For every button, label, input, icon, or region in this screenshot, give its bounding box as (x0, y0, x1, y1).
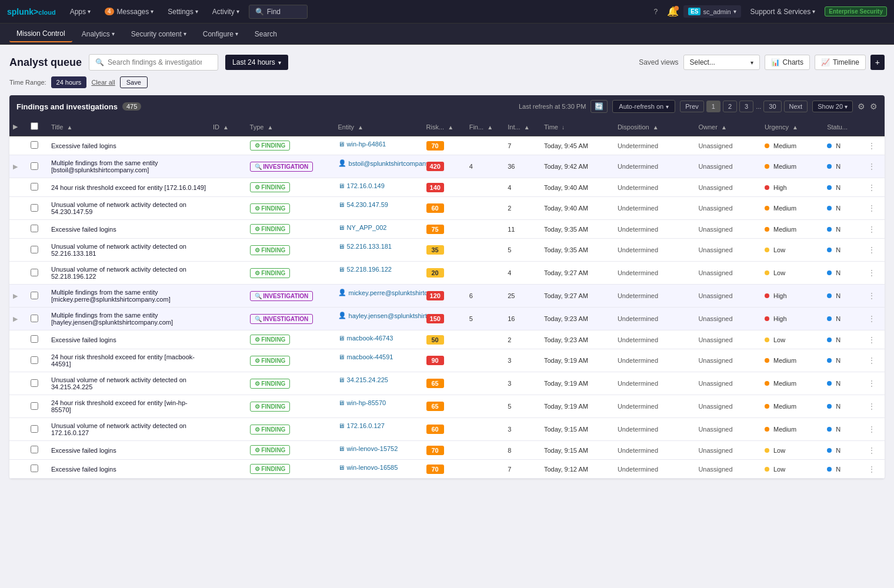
save-button[interactable]: Save (120, 76, 148, 88)
row-checkbox[interactable] (31, 292, 38, 299)
row-title-cell[interactable]: 24 hour risk threshold exceed for entity… (48, 349, 209, 372)
row-title-cell[interactable]: Unusual volume of network activity detec… (48, 418, 209, 441)
row-entity-cell[interactable]: 🖥 172.16.0.149 (335, 178, 405, 193)
column-settings-icon[interactable]: ⚙ (858, 102, 865, 111)
row-expand-icon[interactable]: ▶ (13, 315, 18, 322)
col-header-entity[interactable]: Entity ▲ (335, 118, 423, 136)
row-more-icon[interactable]: ⋮ (868, 203, 876, 213)
col-header-title[interactable]: Title ▲ (48, 118, 209, 136)
page-3-button[interactable]: 3 (739, 101, 753, 112)
page-30-button[interactable]: 30 (763, 101, 781, 112)
page-2-button[interactable]: 2 (723, 101, 737, 112)
nav-security-content[interactable]: Security content ▾ (124, 26, 194, 42)
apps-nav-button[interactable]: Apps ▾ (65, 5, 95, 18)
row-title-cell[interactable]: Multiple findings from the same entity [… (48, 285, 209, 308)
row-title-cell[interactable]: Unusual volume of network activity detec… (48, 372, 209, 395)
row-entity-cell[interactable]: 🖥 win-hp-64861 (335, 136, 405, 152)
row-checkbox[interactable] (31, 335, 38, 343)
row-more-icon[interactable]: ⋮ (868, 402, 876, 411)
row-entity-cell[interactable]: 🖥 win-lenovo-16585 (335, 460, 405, 475)
row-more-icon[interactable]: ⋮ (868, 245, 876, 255)
col-header-int[interactable]: Int... ▲ (504, 118, 541, 136)
expand-all-icon[interactable]: ▶ (13, 123, 18, 130)
row-entity-cell[interactable]: 🖥 54.230.147.59 (335, 197, 405, 212)
time-range-button[interactable]: Last 24 hours ▾ (225, 55, 288, 70)
table-settings-icon[interactable]: ⚙ (870, 102, 878, 111)
row-more-icon[interactable]: ⋮ (868, 446, 876, 455)
col-header-time[interactable]: Time ↓ (541, 118, 614, 136)
row-entity-cell[interactable]: 🖥 NY_APP_002 (335, 220, 405, 235)
row-title-cell[interactable]: Multiple findings from the same entity [… (48, 308, 209, 330)
row-entity-cell[interactable]: 👤 hayley.jensen@splunktshirtco... (335, 308, 405, 323)
col-header-status[interactable]: Statu... (823, 118, 864, 136)
find-search-bar[interactable]: 🔍 Find (249, 5, 308, 19)
user-chip[interactable]: ES sc_admin ▾ (683, 5, 740, 18)
show-count-dropdown[interactable]: Show 20 ▾ (812, 101, 853, 112)
row-title-cell[interactable]: 24 hour risk threshold exceed for entity… (48, 395, 209, 418)
charts-button[interactable]: 📊 Charts (765, 55, 810, 70)
saved-views-dropdown[interactable]: Select... ▾ (683, 55, 760, 70)
row-entity-cell[interactable]: 🖥 win-lenovo-15752 (335, 441, 405, 456)
activity-nav-button[interactable]: Activity ▾ (208, 5, 244, 18)
row-more-icon[interactable]: ⋮ (868, 268, 876, 278)
col-header-id[interactable]: ID ▲ (209, 118, 246, 136)
row-checkbox[interactable] (31, 141, 38, 149)
row-checkbox[interactable] (31, 356, 38, 364)
row-more-icon[interactable]: ⋮ (868, 225, 876, 234)
row-title-cell[interactable]: Unusual volume of network activity detec… (48, 239, 209, 262)
page-1-button[interactable]: 1 (706, 101, 720, 112)
row-title-cell[interactable]: Excessive failed logins (48, 441, 209, 460)
row-checkbox[interactable] (31, 225, 38, 232)
col-header-urgency[interactable]: Urgency ▲ (761, 118, 823, 136)
row-title-cell[interactable]: Excessive failed logins (48, 330, 209, 349)
row-checkbox[interactable] (31, 162, 38, 170)
row-title-cell[interactable]: Excessive failed logins (48, 136, 209, 155)
row-entity-cell[interactable]: 👤 mickey.perre@splunktshirtco... (335, 285, 405, 300)
row-title-cell[interactable]: Excessive failed logins (48, 460, 209, 479)
col-header-risk[interactable]: Risk... ▲ (423, 118, 466, 136)
row-entity-cell[interactable]: 🖥 172.16.0.127 (335, 418, 405, 433)
row-checkbox[interactable] (31, 465, 38, 472)
search-field[interactable] (108, 58, 202, 66)
bell-button[interactable]: 🔔 (667, 6, 679, 17)
row-title-cell[interactable]: Multiple findings from the same entity [… (48, 155, 209, 178)
row-more-icon[interactable]: ⋮ (868, 314, 876, 323)
row-more-icon[interactable]: ⋮ (868, 465, 876, 474)
support-button[interactable]: Support & Services ▾ (746, 5, 820, 18)
add-button[interactable]: + (870, 55, 885, 70)
row-checkbox[interactable] (31, 315, 38, 322)
select-all-checkbox[interactable] (31, 122, 38, 130)
row-checkbox[interactable] (31, 402, 38, 410)
row-title-cell[interactable]: Unusual volume of network activity detec… (48, 262, 209, 285)
row-entity-cell[interactable]: 🖥 win-hp-85570 (335, 395, 405, 410)
row-entity-cell[interactable]: 🖥 34.215.24.225 (335, 372, 405, 387)
col-header-fin[interactable]: Fin... ▲ (466, 118, 505, 136)
nav-search[interactable]: Search (248, 26, 284, 42)
settings-nav-button[interactable]: Settings ▾ (163, 5, 202, 18)
nav-analytics[interactable]: Analytics ▾ (75, 26, 122, 42)
row-expand-icon[interactable]: ▶ (13, 292, 18, 299)
row-entity-cell[interactable]: 👤 bstoil@splunktshirtcompany.c... (335, 155, 405, 171)
row-title-cell[interactable]: 24 hour risk threshold exceed for entity… (48, 178, 209, 197)
row-title-cell[interactable]: Unusual volume of network activity detec… (48, 197, 209, 220)
col-header-type[interactable]: Type ▲ (246, 118, 335, 136)
row-checkbox[interactable] (31, 379, 38, 387)
row-checkbox[interactable] (31, 183, 38, 191)
clear-all-button[interactable]: Clear all (91, 79, 115, 86)
messages-nav-button[interactable]: 4 Messages ▾ (100, 5, 158, 18)
help-button[interactable]: ? (649, 5, 662, 18)
row-checkbox[interactable] (31, 204, 38, 212)
row-more-icon[interactable]: ⋮ (868, 291, 876, 300)
row-checkbox[interactable] (31, 425, 38, 433)
row-more-icon[interactable]: ⋮ (868, 335, 876, 345)
row-more-icon[interactable]: ⋮ (868, 183, 876, 192)
col-header-disposition[interactable]: Disposition ▲ (614, 118, 695, 136)
row-expand-icon[interactable]: ▶ (13, 163, 18, 170)
prev-page-button[interactable]: Prev (680, 101, 704, 112)
nav-configure[interactable]: Configure ▾ (196, 26, 245, 42)
col-header-owner[interactable]: Owner ▲ (695, 118, 761, 136)
auto-refresh-button[interactable]: Auto-refresh on ▾ (612, 100, 675, 113)
row-checkbox[interactable] (31, 269, 38, 276)
next-page-button[interactable]: Next (784, 101, 808, 112)
row-more-icon[interactable]: ⋮ (868, 162, 876, 171)
